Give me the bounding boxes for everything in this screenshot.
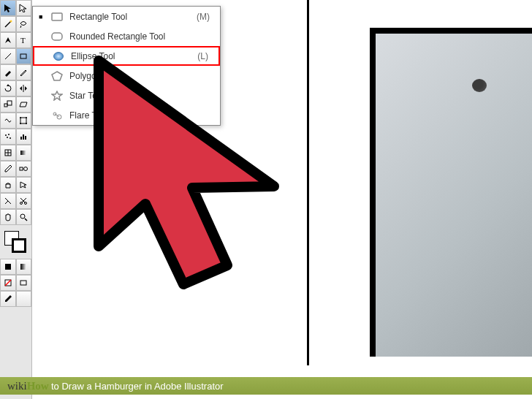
svg-line-38 [25,218,27,221]
svg-marker-1 [20,4,26,12]
ellipse-icon [50,51,66,61]
menu-label: Rounded Rectangle Tool [65,31,210,42]
reference-photo [370,28,532,357]
svg-rect-23 [20,137,22,140]
svg-marker-48 [52,91,62,100]
menu-flare-tool[interactable]: Flare Tool [33,105,220,125]
tool-selection[interactable] [0,0,16,16]
color-mode-none[interactable] [0,275,16,291]
svg-point-17 [20,123,21,124]
svg-point-16 [26,117,27,118]
tool-rectangle[interactable] [16,48,32,64]
menu-ellipse-tool[interactable]: Ellipse Tool (L) [33,46,220,66]
tool-pen[interactable] [0,32,16,48]
screen-mode[interactable] [16,275,32,291]
menu-polygon-tool[interactable]: Polygon [33,66,220,86]
svg-marker-9 [20,86,22,91]
svg-line-5 [5,53,11,59]
tool-line[interactable] [0,48,16,64]
svg-point-31 [24,167,28,171]
photo-dot [472,79,487,92]
rounded-rectangle-icon [49,32,65,41]
tool-live-paint-select[interactable] [16,177,32,193]
svg-rect-39 [5,264,11,270]
tool-type[interactable]: T [16,32,32,48]
tool-pencil[interactable] [16,64,32,80]
tool-lasso[interactable] [16,16,32,32]
svg-point-37 [20,214,25,218]
wikihow-logo: wikiHow [7,380,49,392]
tool-eyedropper[interactable] [0,161,16,177]
svg-rect-6 [20,54,26,58]
tool-magic-wand[interactable] [0,16,16,32]
tool-blend[interactable] [16,161,32,177]
svg-marker-32 [20,182,26,188]
brand-prefix: wiki [7,380,27,392]
tool-live-paint[interactable] [0,177,16,193]
svg-point-19 [5,134,7,136]
tool-rotate[interactable] [0,80,16,96]
color-mode-gradient[interactable] [16,259,32,275]
menu-shortcut: (M) [197,12,214,22]
tool-graph[interactable] [16,129,32,145]
svg-rect-12 [7,101,12,105]
tool-gradient[interactable] [16,145,32,161]
eyedropper-alt[interactable] [0,291,16,307]
svg-rect-30 [20,167,23,170]
svg-marker-0 [4,4,11,12]
tool-zoom[interactable] [16,209,32,225]
rectangle-icon [49,12,65,21]
brand-suffix: How [27,380,49,392]
menu-label: Polygon [65,71,210,81]
svg-text:T: T [20,36,26,45]
svg-rect-29 [20,151,26,155]
tool-shear[interactable] [16,96,32,113]
menu-label: Star Tool [65,91,210,101]
svg-point-18 [26,123,27,124]
svg-rect-43 [20,281,26,285]
tool-reflect[interactable] [16,80,32,96]
tool-scale[interactable] [0,96,16,113]
polygon-icon [49,71,65,81]
menu-label: Ellipse Tool [66,51,197,61]
svg-rect-11 [4,104,7,107]
svg-marker-13 [20,102,27,107]
flare-icon [49,110,65,121]
selected-marker: ■ [39,13,49,20]
svg-point-46 [54,52,64,60]
svg-rect-40 [20,264,26,270]
caption-bar: wikiHow to Draw a Hamburger in Adobe Ill… [0,377,532,395]
tool-free-transform[interactable] [16,113,32,129]
svg-point-21 [7,137,8,138]
tool-paintbrush[interactable] [0,64,16,80]
svg-marker-7 [7,84,10,86]
tool-direct-select[interactable] [16,0,32,16]
tool-warp[interactable] [0,113,16,129]
shape-tool-flyout: ■ Rectangle Tool (M) Rounded Rectangle T… [32,6,221,126]
svg-point-3 [10,20,12,23]
svg-rect-45 [52,33,62,40]
tool-slice[interactable] [0,193,16,209]
menu-rounded-rectangle-tool[interactable]: Rounded Rectangle Tool [33,26,220,46]
tool-scissors[interactable] [16,193,32,209]
svg-rect-24 [23,134,24,140]
menu-rectangle-tool[interactable]: ■ Rectangle Tool (M) [33,7,220,26]
svg-marker-47 [52,72,62,80]
svg-rect-44 [52,13,62,20]
svg-point-20 [8,134,10,135]
color-swatch[interactable] [0,228,31,259]
svg-marker-10 [25,86,27,91]
svg-point-15 [20,117,21,118]
menu-label: Flare Tool [65,110,210,121]
color-mode-fill[interactable] [0,259,16,275]
tool-symbol-sprayer[interactable] [0,129,16,145]
tools-panel: T [0,0,32,399]
tool-hand[interactable] [0,209,16,225]
svg-rect-25 [25,136,26,140]
tool-mesh[interactable] [0,145,16,161]
star-icon [49,91,65,101]
svg-rect-14 [20,118,26,123]
menu-star-tool[interactable]: Star Tool [33,86,220,105]
svg-line-2 [5,21,11,27]
tool-misc[interactable] [16,291,32,307]
